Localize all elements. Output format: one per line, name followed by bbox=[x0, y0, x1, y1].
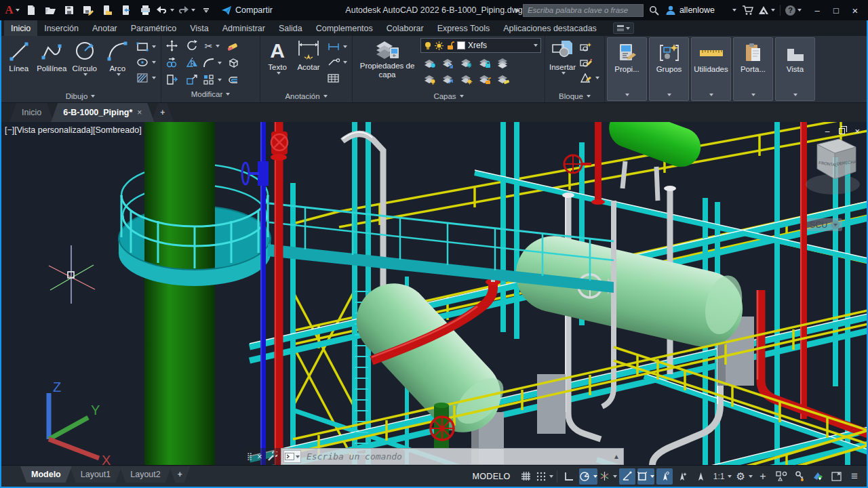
help-button[interactable]: ? bbox=[785, 2, 802, 18]
new-layout-button[interactable]: + bbox=[170, 466, 191, 483]
print-button[interactable] bbox=[137, 2, 153, 18]
rotate-button[interactable] bbox=[185, 39, 199, 53]
text-button[interactable]: A Texto bbox=[264, 38, 291, 75]
new-drawing-tab-button[interactable]: + bbox=[151, 103, 174, 122]
isolate-objects-button[interactable] bbox=[773, 468, 789, 485]
command-input[interactable] bbox=[301, 451, 610, 462]
layer-lock-button[interactable] bbox=[477, 56, 492, 70]
open-file-button[interactable] bbox=[42, 2, 58, 18]
linear-dimension-button[interactable] bbox=[326, 40, 349, 54]
open-from-web-mobile-button[interactable] bbox=[99, 2, 115, 18]
search-flyout-arrow-icon[interactable]: ▶ bbox=[515, 7, 520, 14]
tab-parametrico[interactable]: Paramétrico bbox=[124, 20, 183, 36]
search-input[interactable] bbox=[523, 4, 644, 17]
close-tab-icon[interactable]: × bbox=[137, 108, 142, 117]
mirror-button[interactable] bbox=[185, 56, 199, 70]
close-command-bar-icon[interactable]: × bbox=[257, 451, 262, 462]
close-window-button[interactable]: × bbox=[846, 2, 864, 18]
offset-button[interactable] bbox=[226, 73, 240, 87]
command-prompt-button[interactable] bbox=[283, 450, 301, 463]
isometric-drafting-button[interactable] bbox=[599, 468, 617, 485]
layer-match-button[interactable] bbox=[495, 56, 511, 70]
layer-freeze-button[interactable] bbox=[458, 56, 474, 70]
panel-modificar-footer[interactable]: Modificar bbox=[161, 88, 260, 100]
panel-capas-footer[interactable]: Capas bbox=[353, 90, 545, 102]
polyline-button[interactable]: Polilínea bbox=[37, 38, 68, 73]
drawing-viewport[interactable]: Z Y X FRONTAL DERECHA [−][Vista personal… bbox=[0, 122, 868, 465]
tab-aplicaciones-destacadas[interactable]: Aplicaciones destacadas bbox=[496, 20, 604, 36]
layout-tab-modelo[interactable]: Modelo bbox=[20, 466, 72, 483]
hatch-button[interactable] bbox=[135, 71, 157, 85]
redo-button[interactable] bbox=[177, 2, 195, 18]
layer-select[interactable]: Xrefs bbox=[420, 38, 541, 53]
insert-block-button[interactable]: Insertar bbox=[549, 38, 576, 75]
command-bar-grip[interactable]: ⣿ × bbox=[243, 448, 281, 465]
create-block-button[interactable] bbox=[578, 40, 601, 54]
tab-colaborar[interactable]: Colaborar bbox=[380, 20, 431, 36]
autoscale-annotation-button[interactable] bbox=[675, 468, 691, 485]
customization-menu-button[interactable]: ≡ bbox=[846, 468, 863, 485]
layer-off-button[interactable] bbox=[422, 73, 437, 86]
object-snap-tracking-button[interactable] bbox=[619, 468, 635, 485]
ribbon-display-options-button[interactable] bbox=[613, 22, 634, 34]
viewport-canvas[interactable]: Z Y X FRONTAL DERECHA bbox=[0, 122, 868, 465]
ortho-mode-button[interactable] bbox=[561, 468, 577, 485]
ucs-button[interactable]: SCU bbox=[807, 218, 842, 231]
autodesk-account-button[interactable] bbox=[758, 2, 775, 18]
tab-anotar[interactable]: Anotar bbox=[85, 20, 124, 36]
clean-screen-button[interactable] bbox=[828, 468, 844, 485]
file-tab-inicio[interactable]: Inicio bbox=[9, 103, 54, 122]
tab-inicio[interactable]: Inicio bbox=[4, 20, 37, 36]
recent-commands-icon[interactable]: ▲ bbox=[610, 453, 623, 460]
panel-grupos-collapsed[interactable]: Grupos bbox=[649, 37, 689, 101]
edit-block-button[interactable] bbox=[578, 56, 601, 69]
hardware-acceleration-button[interactable] bbox=[791, 468, 808, 485]
scale-button[interactable] bbox=[185, 73, 199, 87]
define-attributes-button[interactable] bbox=[578, 71, 601, 85]
drag-handle-icon[interactable]: ⣿ bbox=[247, 452, 252, 461]
close-drawing-button[interactable]: × bbox=[854, 127, 860, 136]
panel-utilidades-collapsed[interactable]: Utilidades bbox=[691, 37, 731, 101]
move-button[interactable] bbox=[165, 39, 179, 53]
layer-isolate-button[interactable] bbox=[422, 56, 437, 70]
layout-tab-layout2[interactable]: Layout2 bbox=[119, 466, 171, 483]
restore-drawing-button[interactable] bbox=[839, 128, 845, 134]
panel-dibujo-footer[interactable]: Dibujo bbox=[0, 90, 161, 102]
circle-button[interactable]: Círculo bbox=[69, 38, 100, 76]
minimize-window-button[interactable]: – bbox=[808, 2, 826, 18]
layer-unlock-all-button[interactable] bbox=[477, 73, 492, 86]
annotation-visibility-button[interactable] bbox=[656, 468, 673, 485]
trim-button[interactable]: ✂ bbox=[203, 39, 222, 53]
grid-display-button[interactable] bbox=[518, 468, 534, 485]
command-bar[interactable]: ▲ bbox=[281, 448, 624, 465]
tab-insercion[interactable]: Inserción bbox=[37, 20, 85, 36]
annotation-scale-button[interactable]: 1:1 bbox=[711, 468, 734, 485]
save-to-web-mobile-button[interactable] bbox=[118, 2, 134, 18]
annotation-monitor-button[interactable]: + bbox=[755, 468, 771, 485]
app-store-button[interactable] bbox=[739, 2, 755, 18]
copy-button[interactable] bbox=[165, 56, 179, 70]
rectangle-button[interactable] bbox=[135, 40, 157, 54]
layer-thaw-all-button[interactable] bbox=[458, 73, 474, 86]
erase-button[interactable] bbox=[226, 39, 240, 53]
tab-express-tools[interactable]: Express Tools bbox=[431, 20, 497, 36]
fillet-button[interactable] bbox=[202, 56, 223, 70]
workspace-switching-button[interactable]: ⚙ bbox=[736, 468, 753, 485]
panel-propiedades-collapsed[interactable]: Propi... bbox=[607, 37, 647, 101]
layout-tab-layout1[interactable]: Layout1 bbox=[70, 466, 121, 483]
maximize-window-button[interactable]: □ bbox=[827, 2, 845, 18]
panel-vista-collapsed[interactable]: Vista bbox=[775, 37, 815, 101]
tab-complementos[interactable]: Complementos bbox=[309, 20, 380, 36]
minimize-drawing-button[interactable]: – bbox=[825, 127, 830, 136]
dimension-button[interactable]: Acotar bbox=[293, 38, 324, 72]
layer-unisolate-button[interactable] bbox=[440, 56, 456, 70]
customize-wrench-icon[interactable] bbox=[267, 451, 277, 462]
tab-administrar[interactable]: Administrar bbox=[216, 20, 272, 36]
save-as-button[interactable] bbox=[80, 2, 96, 18]
viewport-controls-label[interactable]: [−][Vista personalizada][Sombreado] bbox=[5, 125, 142, 135]
signin-user-button[interactable]: allenlowe bbox=[665, 2, 736, 18]
new-file-button[interactable] bbox=[23, 2, 39, 18]
undo-button[interactable] bbox=[156, 2, 174, 18]
annotation-scale-person-button[interactable] bbox=[693, 468, 709, 485]
explode-button[interactable] bbox=[226, 56, 240, 70]
